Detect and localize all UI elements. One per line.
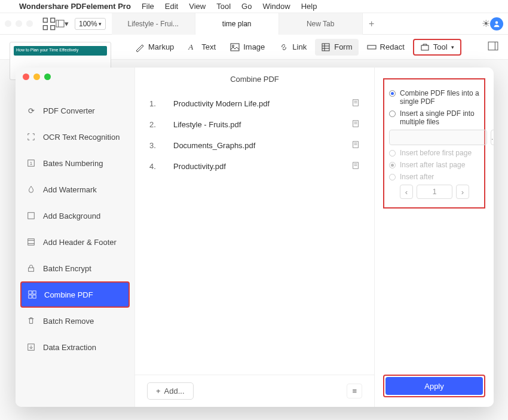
svg-rect-1 <box>51 18 55 22</box>
options-panel: Combine PDF files into a single PDF Inse… <box>374 68 494 407</box>
file-row[interactable]: 1.Productivity Modern Life.pdf <box>149 93 360 114</box>
svg-rect-19 <box>28 213 35 219</box>
svg-rect-23 <box>29 268 34 271</box>
menu-window[interactable]: Window <box>262 2 290 11</box>
watermark-icon <box>26 185 36 194</box>
svg-text:1: 1 <box>30 161 32 165</box>
sidebar-background[interactable]: Add Background <box>16 203 134 229</box>
svg-point-6 <box>495 21 498 24</box>
file-row[interactable]: 4.Productivity.pdf <box>149 156 360 177</box>
add-button[interactable]: +Add... <box>147 382 194 400</box>
sidebar-bates[interactable]: 1Bates Numbering <box>16 150 134 176</box>
ribbon-tool[interactable]: Tool▾ <box>413 39 461 56</box>
sidebar-batch-remove[interactable]: Batch Remove <box>16 308 134 334</box>
ribbon-text[interactable]: AText <box>182 39 222 56</box>
zoom-selector[interactable]: 100%▾ <box>75 18 106 30</box>
sidebar-pdf-converter[interactable]: ⟳PDF Converter <box>16 97 134 124</box>
sidebar-header-footer[interactable]: Add Header & Footer <box>16 229 134 255</box>
ocr-icon <box>26 132 36 142</box>
modal-footer: +Add... ≡ <box>135 375 374 407</box>
tab-new[interactable]: New Tab <box>279 13 363 35</box>
svg-rect-20 <box>28 239 35 246</box>
radio-icon <box>389 90 396 97</box>
file-options-icon[interactable] <box>351 140 360 151</box>
ribbon-link[interactable]: Link <box>273 39 313 56</box>
file-list: 1.Productivity Modern Life.pdf 2.Lifesty… <box>135 91 374 375</box>
tab-lifestyle[interactable]: Lifestyle - Frui... <box>112 13 195 35</box>
page-number-input[interactable] <box>417 185 452 199</box>
radio-icon <box>389 150 396 157</box>
tab-timeplan[interactable]: time plan <box>195 13 279 35</box>
apply-button[interactable]: Apply <box>385 377 483 395</box>
file-row[interactable]: 3.Documents_Graphs.pdf <box>149 135 360 156</box>
combine-pdf-modal: ⟳PDF Converter OCR Text Recognition 1Bat… <box>16 68 494 407</box>
hint-icon[interactable]: ☀ <box>482 18 490 29</box>
lock-icon <box>26 263 36 273</box>
sidebar-ocr[interactable]: OCR Text Recognition <box>16 124 134 150</box>
app-name: Wondershare PDFelement Pro <box>19 2 131 11</box>
header-footer-icon <box>26 237 36 247</box>
page-prev-button[interactable]: ‹ <box>400 185 413 199</box>
svg-rect-7 <box>231 44 239 51</box>
svg-rect-4 <box>56 20 64 27</box>
panel-toggle-icon[interactable] <box>488 41 498 53</box>
insert-file-input[interactable] <box>389 130 487 145</box>
thumbnails-icon[interactable] <box>42 17 56 30</box>
radio-icon <box>389 162 396 168</box>
radio-icon <box>389 174 396 180</box>
svg-rect-26 <box>29 295 32 298</box>
svg-rect-0 <box>43 18 47 22</box>
menu-tool[interactable]: Tool <box>216 2 231 11</box>
svg-rect-3 <box>51 25 55 29</box>
options-group: Combine PDF files into a single PDF Inse… <box>383 78 485 209</box>
sidebar-watermark[interactable]: Add Watermark <box>16 176 134 203</box>
radio-icon <box>389 111 396 117</box>
svg-rect-9 <box>322 44 329 51</box>
list-menu-button[interactable]: ≡ <box>347 384 362 398</box>
sidebar-combine-pdf[interactable]: Combine PDF <box>20 281 130 308</box>
window-traffic-lights[interactable] <box>5 20 33 27</box>
file-options-icon[interactable] <box>351 161 360 171</box>
menu-view[interactable]: View <box>189 2 206 11</box>
option-combine[interactable]: Combine PDF files into a single PDF <box>389 89 479 106</box>
modal-sidebar: ⟳PDF Converter OCR Text Recognition 1Bat… <box>16 68 135 407</box>
add-tab-button[interactable]: + <box>363 13 381 35</box>
menu-edit[interactable]: Edit <box>165 2 178 11</box>
browse-button[interactable]: ... <box>491 130 494 145</box>
tabs: Lifestyle - Frui... time plan New Tab + <box>112 13 477 35</box>
page-next-button[interactable]: › <box>456 185 469 199</box>
svg-rect-13 <box>368 45 376 49</box>
file-options-icon[interactable] <box>351 119 360 130</box>
svg-rect-2 <box>43 25 47 29</box>
svg-rect-27 <box>33 295 36 298</box>
bates-icon: 1 <box>26 158 36 168</box>
svg-rect-15 <box>488 42 498 50</box>
ribbon-form[interactable]: Form <box>315 39 358 56</box>
menu-go[interactable]: Go <box>241 2 252 11</box>
svg-rect-14 <box>421 45 429 50</box>
file-options-icon[interactable] <box>351 99 360 109</box>
option-insert-before: Insert before first page <box>389 149 479 157</box>
sidebar-batch-encrypt[interactable]: Batch Encrypt <box>16 255 134 281</box>
file-row[interactable]: 2.Lifestyle - Fruits.pdf <box>149 114 360 135</box>
sidebar-toggle-icon[interactable]: ▾ <box>56 17 69 30</box>
combine-icon <box>27 290 37 299</box>
sync-icon: ⟳ <box>26 106 36 115</box>
plus-icon: + <box>156 387 161 396</box>
menu-file[interactable]: File <box>142 2 154 11</box>
ribbon-markup[interactable]: Markup <box>129 39 180 56</box>
option-insert-after: Insert after <box>389 173 479 181</box>
option-insert[interactable]: Insert a single PDF into multiple files <box>389 109 479 126</box>
ribbon-redact[interactable]: Redact <box>361 39 411 56</box>
modal-main: Combine PDF 1.Productivity Modern Life.p… <box>135 68 374 407</box>
background-icon <box>26 211 36 220</box>
ribbon-image[interactable]: Image <box>224 39 271 56</box>
modal-traffic-lights[interactable] <box>23 73 51 80</box>
menubar: Wondershare PDFelement Pro File Edit Vie… <box>0 0 508 13</box>
extract-icon <box>26 342 36 352</box>
user-avatar[interactable] <box>490 17 503 30</box>
sidebar-data-extraction[interactable]: Data Extraction <box>16 334 134 360</box>
svg-point-8 <box>232 45 234 47</box>
menu-help[interactable]: Help <box>301 2 317 11</box>
svg-rect-24 <box>29 291 32 294</box>
